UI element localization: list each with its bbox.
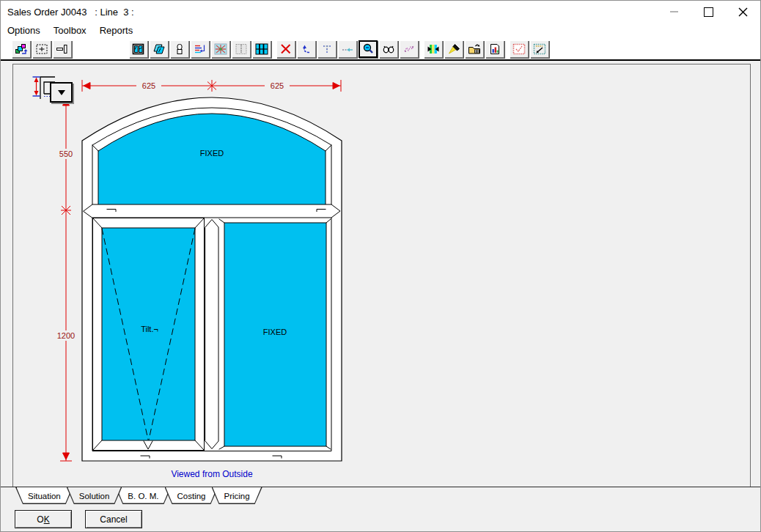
application-window: Sales Order J0043 : Line 3 : Options Too… [0,0,761,532]
tab-solution[interactable]: Solution [67,487,122,504]
cancel-button[interactable]: Cancel [85,510,142,528]
georgian-bars-icon [255,43,268,55]
copy-design-button[interactable] [12,40,31,58]
tab-solution-label: Solution [79,492,110,500]
ok-button[interactable]: OK [15,510,72,528]
drawing-canvas[interactable]: FIXED Tilt.¬ FIXED [12,64,751,487]
menu-options[interactable]: Options [1,23,47,37]
copy-design-icon [15,43,28,55]
flyscreen-mesh-icon [214,43,227,55]
measure-arrow-icon [533,43,546,55]
zoom-icon [361,43,375,55]
hardware-icon [173,43,186,55]
caption-buttons [657,1,760,23]
dim-width-right[interactable]: 625 [271,81,284,90]
ok-accelerator: K [44,514,50,525]
minimize-button[interactable] [657,1,691,23]
insert-bar-button[interactable] [53,40,72,58]
centre-marker-icon [35,43,48,55]
annotate-icon [402,43,416,55]
fit-frame-button[interactable] [424,40,443,58]
georgian-bars-button[interactable] [252,40,271,58]
window-style-button[interactable] [129,40,148,58]
torch-button[interactable] [444,40,463,58]
insert-bar-icon [56,43,69,55]
tab-pricing-label: Pricing [224,492,250,500]
ok-label: O [37,514,43,525]
move-nodes-button[interactable] [317,40,337,58]
tab-situation-label: Situation [28,492,61,500]
close-icon [738,7,748,17]
dim-height-lower[interactable]: 1200 [57,331,75,340]
export-folder-button[interactable] [465,40,484,58]
glazing-button[interactable] [150,40,169,58]
fit-frame-icon [427,43,440,55]
dialog-button-row: OK Cancel [1,510,760,532]
maximize-button[interactable] [691,1,726,23]
transom-bar[interactable] [84,204,340,218]
tab-bom-label: B. O. M. [128,492,158,500]
verify-grid-button[interactable] [510,40,529,58]
mullion-bar[interactable] [205,220,218,449]
flyscreen-mesh-button[interactable] [211,40,230,58]
arch-pane-label: FIXED [200,149,224,158]
report-chart-button[interactable] [485,40,504,58]
measure-arrow-button[interactable] [530,40,549,58]
shift-dimension-button[interactable] [338,40,357,58]
undo-icon [300,43,313,55]
tab-bom[interactable]: B. O. M. [115,487,171,504]
chevron-down-icon [58,90,65,95]
window-drawing: FIXED Tilt.¬ FIXED [13,64,750,487]
view-spectacles-button[interactable] [379,40,398,58]
glazing-icon [152,43,166,55]
left-sash-label: Tilt.¬ [141,325,158,333]
move-nodes-icon [320,43,334,55]
tab-pricing[interactable]: Pricing [212,487,262,504]
tab-row: Situation Solution B. O. M. Costing Pric… [1,487,760,506]
maximize-icon [704,7,713,17]
dim-height-upper[interactable]: 550 [59,149,73,158]
menu-reports[interactable]: Reports [93,23,140,37]
shift-dimension-icon [341,43,354,55]
annotate-button[interactable] [400,40,419,58]
view-caption: Viewed from Outside [171,469,252,479]
cancel-label: Cancel [100,514,127,525]
specification-lines-button[interactable] [191,40,210,58]
undo-button[interactable] [297,40,316,58]
window-title: Sales Order J0043 : Line 3 : [1,7,134,18]
close-button[interactable] [726,1,760,23]
menu-bar: Options Toolbox Reports [1,23,760,38]
left-sash-glass[interactable] [102,228,195,440]
verify-grid-icon [512,43,526,55]
specification-lines-icon [194,43,207,55]
profile-dropdown-button[interactable] [50,82,73,103]
hardware-button[interactable] [170,40,189,58]
minimize-icon [670,11,678,12]
tab-costing-label: Costing [177,492,206,500]
dim-width-left[interactable]: 625 [142,81,155,90]
tab-costing[interactable]: Costing [165,487,218,504]
tab-situation[interactable]: Situation [15,487,73,504]
dotted-panel-icon [235,43,248,55]
report-chart-icon [488,43,501,55]
centre-marker-button[interactable] [32,40,51,58]
right-pane-label: FIXED [263,328,287,336]
torch-icon [447,43,460,55]
dotted-panel-button[interactable] [232,40,251,58]
zoom-button[interactable] [359,40,378,58]
view-spectacles-icon [382,43,395,55]
title-bar: Sales Order J0043 : Line 3 : [1,1,760,23]
delete-button[interactable] [276,40,295,58]
window-style-icon [132,43,145,55]
menu-toolbox[interactable]: Toolbox [47,23,93,37]
export-folder-icon [468,43,481,55]
delete-icon [279,43,293,55]
toolbar [1,38,760,61]
